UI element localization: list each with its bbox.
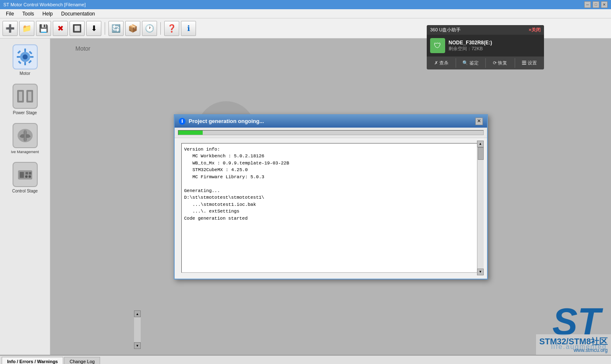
log-line-9: ...\. extSettings — [184, 208, 472, 215]
log-line-2: WB_to_Mx : 0.9.9.template-19-03-22B — [184, 160, 472, 167]
notif-actions: ✗ 查杀 🔍 鉴定 ⟳ 恢复 ☰ 设置 — [427, 56, 544, 69]
dialog-title-bar: ℹ Project generation ongoing... ✕ — [175, 115, 487, 128]
log-line-5 — [184, 180, 472, 187]
svg-rect-13 — [28, 92, 31, 101]
sidebar-item-motor[interactable]: Motor — [4, 43, 46, 78]
progress-bar-container — [178, 130, 484, 135]
power-stage-icon — [13, 84, 38, 109]
open-button[interactable]: 📁 — [19, 21, 34, 36]
dialog-overlay: ℹ Project generation ongoing... ✕ Versio… — [50, 38, 611, 355]
notif-close-button[interactable]: ×关闭 — [529, 27, 541, 33]
notif-action-identify[interactable]: 🔍 鉴定 — [456, 58, 485, 68]
help-button[interactable]: ❓ — [164, 21, 179, 36]
scroll-track — [477, 147, 484, 269]
svg-point-1 — [23, 54, 28, 59]
notif-text: NODE_F302R8(E:) 剩余空间：72KB — [449, 40, 541, 52]
log-line-6: Generating... — [184, 187, 472, 195]
menu-tools[interactable]: Tools — [18, 10, 38, 18]
svg-rect-12 — [19, 92, 22, 101]
sidebar-item-power-stage[interactable]: Power Stage — [4, 82, 46, 117]
motor-icon — [13, 44, 38, 69]
tab-info-errors[interactable]: Info / Errors / Warnings — [2, 357, 63, 364]
management-label: ive Management — [11, 150, 39, 154]
notif-title: 360 U盘小助手 — [430, 27, 461, 33]
dialog-scrollbar[interactable]: ▲ ▼ — [477, 141, 484, 275]
log-line-8: ...\stmototest1.ioc.bak — [184, 201, 472, 208]
dialog-title-left: ℹ Project generation ongoing... — [179, 118, 264, 125]
notif-action-scan[interactable]: ✗ 查杀 — [427, 58, 456, 68]
dialog-title-text: Project generation ongoing... — [189, 118, 264, 124]
notif-header: 360 U盘小助手 ×关闭 — [427, 25, 544, 35]
dialog-close-button[interactable]: ✕ — [475, 118, 483, 125]
chip-button[interactable]: 🔲 — [70, 21, 85, 36]
minimize-button[interactable]: ─ — [584, 1, 591, 8]
sidebar-item-management[interactable]: ive Management — [4, 121, 46, 156]
notif-drive-name: NODE_F302R8(E:) — [449, 40, 541, 46]
notif-space-label: 剩余空间：72KB — [449, 46, 541, 52]
new-button[interactable]: ➕ — [3, 21, 18, 36]
dialog-progress-area — [175, 128, 487, 138]
notif-body: 🛡 NODE_F302R8(E:) 剩余空间：72KB — [427, 35, 544, 56]
svg-rect-4 — [17, 56, 20, 58]
save-button[interactable]: 💾 — [36, 21, 51, 36]
dialog-info-icon: ℹ — [179, 118, 186, 125]
bottom-tabs: Info / Errors / Warnings Change Log — [0, 356, 611, 364]
project-dialog: ℹ Project generation ongoing... ✕ Versio… — [174, 114, 488, 279]
notification-360: 360 U盘小助手 ×关闭 🛡 NODE_F302R8(E:) 剩余空间：72K… — [427, 25, 544, 69]
log-line-4: MC Firmware Library: 5.0.3 — [184, 174, 472, 181]
log-line-7: D:\st\stmototest\stmototest1\ — [184, 194, 472, 201]
svg-rect-9 — [28, 60, 31, 63]
svg-rect-6 — [17, 50, 21, 54]
svg-rect-5 — [30, 56, 34, 58]
title-bar: ST Motor Control Workbench [Filename] ─ … — [0, 0, 611, 9]
close-button[interactable]: ✕ — [601, 1, 608, 8]
scroll-down-arrow[interactable]: ▼ — [477, 269, 484, 275]
left-sidebar: Motor — [0, 38, 50, 355]
control-stage-icon — [13, 162, 38, 187]
info-button[interactable]: ℹ — [181, 21, 196, 36]
main-layout: Motor — [0, 38, 611, 355]
svg-point-21 — [28, 175, 31, 178]
management-icon — [13, 123, 38, 148]
title-controls: ─ □ ✕ — [584, 1, 608, 8]
svg-point-20 — [25, 175, 28, 178]
menu-bar: File Tools Help Documentation — [0, 9, 611, 18]
power-stage-label: Power Stage — [13, 110, 37, 115]
progress-bar-fill — [178, 131, 203, 135]
download-button[interactable]: ⬇ — [86, 21, 101, 36]
tab-change-log[interactable]: Change Log — [64, 357, 100, 364]
content-area: Motor ST life.augmented STM32/STM8社区 www… — [50, 38, 611, 355]
log-line-3: STM32CubeMX : 4.25.0 — [184, 167, 472, 174]
svg-rect-2 — [24, 49, 26, 52]
dialog-log-container: Version info: MC Workbench : 5.0.2.18126… — [178, 141, 484, 275]
notif-action-restore[interactable]: ⟳ 恢复 — [486, 58, 515, 68]
app-title: ST Motor Control Workbench [Filename] — [3, 2, 584, 7]
svg-rect-19 — [29, 172, 31, 174]
refresh-button[interactable]: 🔄 — [108, 21, 124, 36]
control-stage-label: Control Stage — [12, 189, 38, 194]
motor-label: Motor — [20, 71, 31, 76]
menu-documentation[interactable]: Documentation — [57, 10, 99, 18]
delete-button[interactable]: ✖ — [53, 21, 68, 36]
svg-rect-7 — [28, 51, 32, 54]
log-line-1: MC Workbench : 5.0.2.18126 — [184, 153, 472, 160]
scroll-up-arrow[interactable]: ▲ — [477, 141, 484, 147]
menu-file[interactable]: File — [2, 10, 18, 18]
svg-rect-17 — [20, 172, 24, 178]
toolbar-separator — [105, 22, 105, 35]
toolbar-separator2 — [160, 22, 161, 35]
maximize-button[interactable]: □ — [593, 1, 599, 8]
svg-rect-8 — [18, 61, 21, 64]
log-line-10: Code generation started — [184, 215, 472, 222]
package-button[interactable]: 📦 — [125, 21, 140, 36]
notif-action-settings[interactable]: ☰ 设置 — [515, 58, 544, 68]
svg-rect-18 — [26, 172, 28, 174]
menu-help[interactable]: Help — [38, 10, 57, 18]
svg-rect-3 — [24, 62, 26, 65]
sidebar-item-control-stage[interactable]: Control Stage — [4, 160, 46, 195]
scroll-thumb[interactable] — [478, 147, 484, 160]
bottom-panel: Info / Errors / Warnings Change Log Vari… — [0, 355, 611, 364]
notif-icon: 🛡 — [430, 38, 445, 53]
dialog-log-area: Version info: MC Workbench : 5.0.2.18126… — [181, 143, 480, 273]
clock-button[interactable]: 🕐 — [142, 21, 157, 36]
